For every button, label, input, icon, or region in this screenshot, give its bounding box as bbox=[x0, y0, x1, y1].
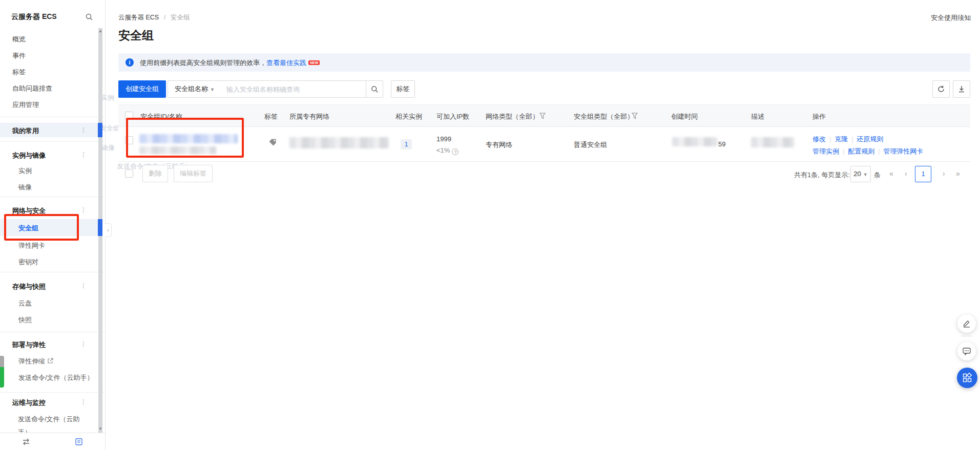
sidebar-item-overview[interactable]: 概览 bbox=[12, 35, 26, 44]
sidebar-item-instances[interactable]: 实例 bbox=[18, 166, 32, 176]
scroll-up-icon[interactable]: ▲ bbox=[98, 29, 103, 33]
best-practice-link[interactable]: 查看最佳实践 bbox=[266, 59, 306, 67]
sg-id-redacted[interactable] bbox=[139, 134, 238, 143]
delete-button[interactable]: 删除 bbox=[142, 165, 168, 182]
table-header: 安全组ID/名称 标签 所属专有网络 相关实例 可加入IP数 网络类型（全部） … bbox=[118, 104, 970, 127]
info-banner: i 使用前缀列表提高安全组规则管理的效率，查看最佳实践NEW bbox=[118, 53, 970, 72]
separator: | bbox=[829, 136, 831, 143]
sidebar-item-disks[interactable]: 云盘 bbox=[18, 299, 32, 308]
widgets-launcher-button[interactable] bbox=[957, 368, 977, 388]
modify-link[interactable]: 修改 bbox=[812, 135, 826, 143]
more-dots-icon[interactable]: ⋮ bbox=[80, 206, 87, 213]
col-vpc: 所属专有网络 bbox=[289, 112, 329, 121]
created-time-redacted bbox=[672, 137, 717, 146]
related-instances-badge[interactable]: 1 bbox=[401, 139, 412, 149]
download-button[interactable] bbox=[953, 80, 970, 98]
external-link-icon bbox=[47, 357, 54, 364]
more-dots-icon[interactable]: ⋮ bbox=[80, 398, 87, 405]
ip-quota: 1999 bbox=[436, 135, 451, 143]
clone-link[interactable]: 克隆 bbox=[835, 135, 848, 143]
sidebar-section-instances-images[interactable]: 实例与镜像 bbox=[12, 151, 46, 160]
created-time-suffix: 59 bbox=[718, 140, 725, 148]
search-button[interactable] bbox=[366, 80, 383, 98]
more-dots-icon[interactable]: ⋮ bbox=[80, 282, 87, 289]
vpc-redacted[interactable] bbox=[289, 137, 389, 148]
sidebar-item-security-groups[interactable]: 安全组 bbox=[18, 224, 38, 233]
more-dots-icon[interactable]: ⋮ bbox=[80, 126, 87, 134]
create-security-group-button[interactable]: 创建安全组 bbox=[118, 80, 166, 98]
search-field-select[interactable]: 安全组名称▼ bbox=[168, 80, 222, 98]
sidebar-section-ops-monitoring[interactable]: 运维与监控 bbox=[12, 398, 46, 408]
help-icon[interactable]: ? bbox=[452, 148, 458, 155]
manage-instances-link[interactable]: 管理实例 bbox=[812, 147, 839, 155]
separator: | bbox=[851, 136, 853, 143]
row-checkbox[interactable] bbox=[125, 136, 133, 144]
sg-name-redacted bbox=[139, 146, 216, 154]
chat-support-button[interactable] bbox=[957, 342, 976, 360]
sidebar-item-snapshots[interactable]: 快照 bbox=[18, 315, 32, 325]
sidebar-item-enis[interactable]: 弹性网卡 bbox=[18, 241, 45, 250]
filter-funnel-icon[interactable] bbox=[539, 113, 546, 119]
configure-rules-link[interactable]: 配置规则 bbox=[848, 147, 874, 155]
sidebar-section-storage-snapshots[interactable]: 存储与快照 bbox=[12, 282, 46, 291]
divider bbox=[0, 141, 105, 142]
manage-enis-link[interactable]: 管理弹性网卡 bbox=[883, 147, 923, 155]
pagination-first[interactable]: « bbox=[889, 169, 893, 178]
docs-panel-icon[interactable] bbox=[75, 438, 83, 446]
feedback-edit-button[interactable] bbox=[957, 314, 976, 333]
sidebar-item-tags[interactable]: 标签 bbox=[12, 68, 26, 77]
sidebar-item-events[interactable]: 事件 bbox=[12, 51, 26, 60]
ghost-text: 安全组 bbox=[100, 124, 120, 133]
network-type: 专有网络 bbox=[486, 140, 512, 149]
edit-tags-button[interactable]: 编辑标签 bbox=[174, 165, 213, 182]
row-actions-line1: 修改|克隆|还原规则 bbox=[812, 134, 883, 144]
restore-rules-link[interactable]: 还原规则 bbox=[857, 135, 883, 143]
search-icon[interactable] bbox=[85, 13, 93, 21]
sidebar-item-app-management[interactable]: 应用管理 bbox=[12, 100, 39, 110]
row-actions-line2: 管理实例|配置规则|管理弹性网卡 bbox=[812, 146, 923, 156]
col-created: 创建时间 bbox=[671, 112, 698, 121]
select-all-checkbox[interactable] bbox=[125, 112, 133, 120]
sidebar-section-network-security[interactable]: 网络与安全 bbox=[12, 206, 46, 216]
sidebar-item-auto-scaling[interactable]: 弹性伸缩 bbox=[18, 357, 45, 366]
breadcrumb-separator: / bbox=[164, 14, 165, 21]
favorites-active-indicator bbox=[98, 123, 102, 137]
sidebar-item-key-pairs[interactable]: 密钥对 bbox=[18, 258, 38, 267]
pagination-current-page[interactable]: 1 bbox=[915, 166, 931, 182]
sidebar-section-favorites[interactable]: 我的常用 bbox=[12, 126, 39, 136]
pagination-next[interactable]: › bbox=[943, 169, 945, 178]
ghost-text: 实例 bbox=[101, 93, 114, 102]
breadcrumb-root[interactable]: 云服务器 ECS bbox=[118, 14, 159, 21]
sidebar-item-self-troubleshoot[interactable]: 自助问题排查 bbox=[12, 84, 52, 93]
switch-version-icon[interactable] bbox=[22, 438, 31, 445]
divider bbox=[0, 272, 105, 272]
divider bbox=[0, 332, 105, 332]
sidebar-section-deployment-elasticity[interactable]: 部署与弹性 bbox=[12, 340, 46, 350]
footer-checkbox[interactable] bbox=[125, 169, 133, 178]
col-id-name: 安全组ID/名称 bbox=[140, 112, 182, 121]
sidebar-item-send-command[interactable]: 发送命令/文件（云助手） bbox=[18, 413, 86, 433]
sidebar-collapse-handle[interactable]: ‹ bbox=[105, 223, 112, 237]
tag-filter-button[interactable]: 标签 bbox=[391, 80, 415, 98]
col-actions: 操作 bbox=[812, 112, 826, 121]
more-dots-icon[interactable]: ⋮ bbox=[80, 340, 87, 348]
sidebar-item-images[interactable]: 镜像 bbox=[18, 183, 32, 192]
divider bbox=[0, 117, 105, 117]
pagination-last[interactable]: » bbox=[956, 169, 960, 178]
refresh-button[interactable] bbox=[932, 80, 950, 98]
sg-type: 普通安全组 bbox=[574, 140, 607, 149]
col-sg-type: 安全组类型（全部） bbox=[574, 112, 634, 121]
pagination-prev[interactable]: ‹ bbox=[905, 169, 907, 178]
security-notice-link[interactable]: 安全使用须知 bbox=[931, 13, 971, 23]
search-input[interactable] bbox=[221, 80, 366, 98]
sidebar-item-savings-plans[interactable]: 发送命令/文件（云助手） bbox=[18, 373, 94, 382]
more-dots-icon[interactable]: ⋮ bbox=[80, 151, 87, 158]
scroll-down-icon[interactable]: ▼ bbox=[98, 426, 103, 431]
description-redacted bbox=[751, 137, 794, 147]
tag-icon[interactable] bbox=[268, 138, 277, 146]
page-size-select[interactable]: 20▼ bbox=[850, 166, 871, 182]
separator: | bbox=[878, 148, 880, 155]
sidebar: 云服务器 ECS 概览 事件 标签 自助问题排查 应用管理 我的常用 ⋮ 实例与… bbox=[0, 0, 105, 450]
filter-funnel-icon[interactable] bbox=[632, 113, 638, 119]
edge-widget-gray bbox=[0, 356, 4, 367]
